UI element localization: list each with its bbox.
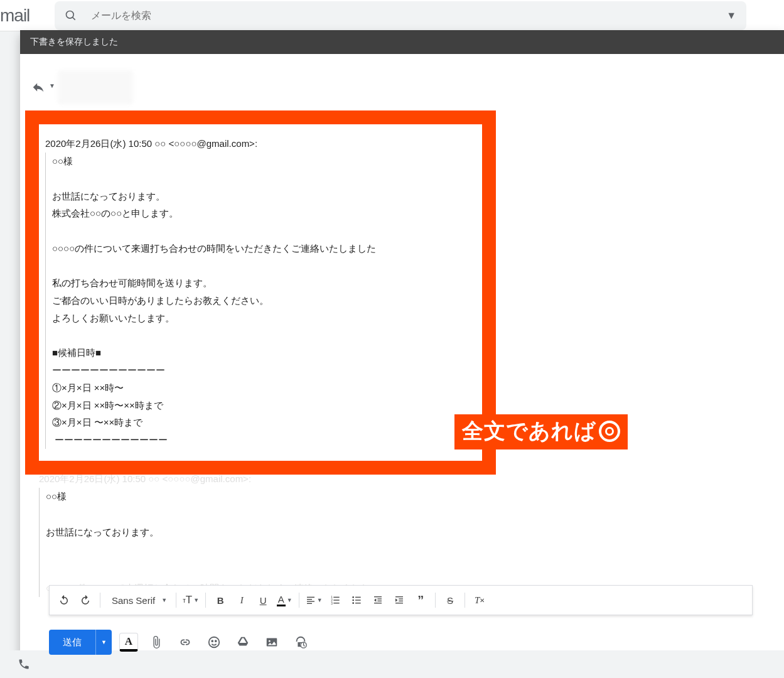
quote-line: ーーーーーーーーーーーー: [52, 362, 476, 379]
send-button-group: 送信 ▼: [49, 630, 112, 655]
indent-button[interactable]: [390, 590, 409, 610]
compose-body[interactable]: 2020年2月26日(水) 10:50 ○○ <○○○○@gmail.com>:…: [20, 110, 784, 678]
svg-point-26: [209, 637, 220, 648]
quote-line: ①×月×日 ××時〜: [52, 379, 476, 397]
confidential-icon[interactable]: [290, 632, 311, 653]
app-header: mail ▼: [0, 0, 784, 31]
recipient-chip[interactable]: [58, 70, 133, 104]
svg-rect-4: [307, 601, 314, 601]
duplicate-quote: 2020年2月26日(水) 10:50 ○○ <○○○○@gmail.com>:…: [39, 473, 370, 597]
svg-rect-17: [355, 603, 361, 603]
quote-line: ○○○○の件について来週打ち合わせの時間をいただきたくご連絡いたしました: [52, 240, 476, 257]
quote-line: 私の打ち合わせ可能時間を送ります。: [52, 274, 476, 292]
svg-rect-20: [377, 601, 382, 601]
italic-button[interactable]: I: [232, 590, 251, 610]
svg-rect-11: [333, 603, 339, 603]
svg-point-14: [352, 600, 354, 601]
svg-rect-2: [307, 597, 314, 598]
svg-text:3: 3: [331, 602, 333, 605]
quote-line: ーーーーーーーーーーーー: [52, 431, 476, 449]
search-icon: [65, 9, 77, 22]
svg-point-30: [269, 640, 271, 642]
svg-point-12: [352, 596, 354, 598]
quote-line: 株式会社○○の○○と申します。: [52, 205, 476, 222]
quoted-body: ○○様 お世話になっております。 株式会社○○の○○と申します。 ○○○○の件に…: [45, 153, 476, 449]
quote-line: ②×月×日 ××時〜××時まで: [52, 397, 476, 414]
undo-button[interactable]: [55, 590, 73, 610]
search-input[interactable]: [90, 9, 726, 22]
attach-icon[interactable]: [146, 632, 167, 653]
svg-rect-13: [355, 597, 361, 598]
double-circle-icon: [599, 421, 620, 442]
quote-line: ○○様: [52, 153, 476, 170]
font-size-button[interactable]: тT▼: [181, 590, 200, 610]
svg-rect-19: [377, 598, 382, 599]
phone-icon[interactable]: [18, 658, 30, 670]
svg-point-0: [67, 11, 74, 18]
compose-window: 下書きを保存しました ▼ 2020年2月26日(水) 10:50 ○○ <○○○…: [20, 30, 784, 678]
quoted-header: 2020年2月26日(水) 10:50 ○○ <○○○○@gmail.com>:: [45, 138, 476, 150]
text-color-button[interactable]: A▼: [275, 590, 294, 610]
blockquote-button[interactable]: ”: [411, 590, 430, 610]
reply-recipient-row[interactable]: ▼: [20, 54, 784, 110]
annotation-frame: 2020年2月26日(水) 10:50 ○○ <○○○○@gmail.com>:…: [25, 110, 496, 475]
svg-point-27: [212, 640, 213, 642]
underline-button[interactable]: U: [254, 590, 272, 610]
svg-rect-25: [395, 603, 403, 603]
gmail-logo: mail: [0, 6, 42, 26]
send-options-button[interactable]: ▼: [95, 630, 112, 655]
numbered-list-button[interactable]: 123: [326, 590, 345, 610]
svg-rect-9: [333, 600, 339, 600]
search-bar[interactable]: ▼: [55, 1, 746, 30]
quote-line: ○○様: [46, 488, 370, 506]
formatting-toolbar: Sans Serif▼ тT▼ B I U A▼ ▼ 123 ” S T✕: [49, 585, 753, 615]
svg-rect-21: [374, 603, 382, 603]
quote-line: ③×月×日 〜××時まで: [52, 414, 476, 431]
svg-rect-7: [333, 597, 339, 598]
quote-header-dup: 2020年2月26日(水) 10:50 ○○ <○○○○@gmail.com>:: [39, 473, 370, 485]
svg-point-28: [215, 640, 217, 642]
svg-line-1: [73, 17, 75, 19]
bold-button[interactable]: B: [211, 590, 230, 610]
strikethrough-button[interactable]: S: [441, 590, 459, 610]
svg-rect-22: [395, 596, 403, 597]
drive-icon[interactable]: [232, 632, 254, 653]
compose-action-bar: 送信 ▼ A: [49, 625, 753, 659]
annotation-label: 全文であれば: [454, 414, 628, 449]
font-name: Sans Serif: [112, 595, 155, 606]
photo-icon[interactable]: [261, 632, 282, 653]
svg-rect-18: [374, 596, 382, 597]
outdent-button[interactable]: [368, 590, 387, 610]
redo-button[interactable]: [76, 590, 95, 610]
svg-rect-15: [355, 600, 361, 600]
emoji-icon[interactable]: [203, 632, 225, 653]
quote-line: ■候補日時■: [52, 344, 476, 362]
send-button[interactable]: 送信: [49, 630, 95, 655]
svg-point-16: [352, 602, 354, 604]
reply-icon[interactable]: [31, 80, 45, 94]
font-select[interactable]: Sans Serif▼: [105, 595, 171, 606]
quote-line: ご都合のいい日時がありましたらお教えください。: [52, 292, 476, 309]
bullet-list-button[interactable]: [347, 590, 366, 610]
link-icon[interactable]: [175, 632, 196, 653]
svg-rect-5: [307, 603, 312, 604]
clear-formatting-button[interactable]: T✕: [470, 590, 489, 610]
annotation-text: 全文であれば: [462, 417, 596, 446]
svg-rect-23: [399, 598, 403, 599]
dropdown-icon[interactable]: ▼: [726, 10, 736, 21]
quote-line: よろしくお願いいたします。: [52, 309, 476, 327]
quote-line: お世話になっております。: [46, 524, 370, 542]
align-button[interactable]: ▼: [304, 590, 323, 610]
quote-line: お世話になっております。: [52, 188, 476, 205]
svg-rect-3: [307, 599, 312, 600]
compose-title-bar: 下書きを保存しました: [20, 30, 784, 54]
text-style-button[interactable]: A: [119, 633, 138, 652]
svg-rect-24: [399, 601, 403, 601]
